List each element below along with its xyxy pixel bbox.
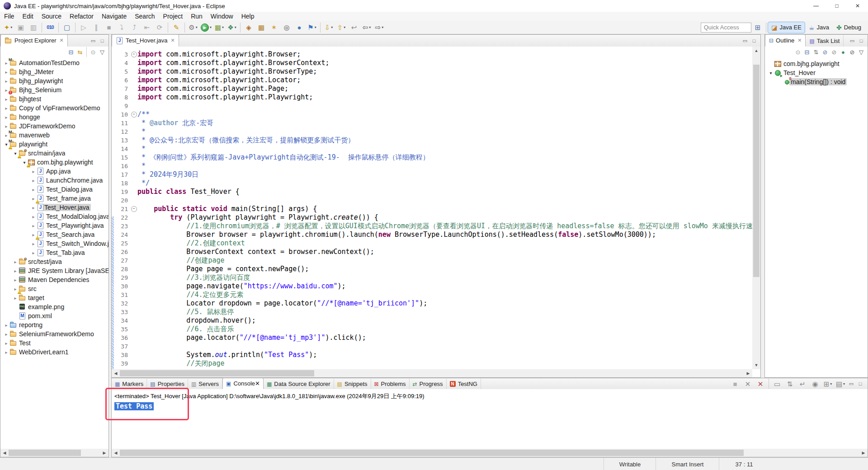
explorer-item-maven-dependencies[interactable]: ▸Maven Dependencies bbox=[0, 275, 108, 284]
code-line-25[interactable]: 25 //2.创建context bbox=[112, 239, 752, 248]
link-with-editor-button[interactable]: ⇆ bbox=[75, 47, 85, 56]
open-web-browser-button[interactable]: ● bbox=[293, 22, 305, 33]
menu-edit[interactable]: Edit bbox=[19, 12, 38, 21]
close-icon[interactable]: ✕ bbox=[797, 38, 802, 43]
code-line-36[interactable]: 36 page.locator("//*[@name='tj_mp3']").c… bbox=[112, 334, 752, 342]
code-line-33[interactable]: 33 //5. 鼠标悬停 bbox=[112, 308, 752, 316]
new-package-button[interactable]: ▦ bbox=[255, 22, 267, 33]
code-line-23[interactable]: 23 //1.使用chromium浏览器，# 浏览器配置，设置以GUI模式启动C… bbox=[112, 222, 752, 230]
explorer-item-bjhgtest[interactable]: ▸bjhgtest bbox=[0, 94, 108, 103]
coverage-button[interactable]: ▦▾ bbox=[213, 22, 225, 33]
chevron-right-icon[interactable]: ▸ bbox=[30, 205, 37, 210]
toggle-mark-button[interactable]: ⚑▾ bbox=[306, 22, 318, 33]
editor-vscrollbar[interactable]: ▲ ▼ bbox=[752, 47, 760, 369]
explorer-item-test-modaldialog-java[interactable]: ▸JTest_ModalDialog.java bbox=[0, 212, 108, 221]
code-line-26[interactable]: 26 BrowserContext context = browser.newC… bbox=[112, 248, 752, 256]
code-line-27[interactable]: 27 //创建page bbox=[112, 256, 752, 265]
explorer-item-reportng[interactable]: ▸reportng bbox=[0, 320, 108, 329]
chevron-right-icon[interactable]: ▸ bbox=[12, 259, 19, 264]
menu-project[interactable]: Project bbox=[159, 12, 187, 21]
tab-data-source-explorer[interactable]: ▦Data Source Explorer bbox=[264, 379, 334, 389]
chevron-down-icon[interactable]: ▾ bbox=[768, 70, 774, 75]
open-console-button[interactable]: ⊞▾ bbox=[822, 378, 834, 389]
close-icon[interactable]: ✕ bbox=[59, 38, 63, 43]
explorer-item-hongge[interactable]: ▸hongge bbox=[0, 113, 108, 122]
code-line-6[interactable]: 6import com.microsoft.playwright.Locator… bbox=[112, 76, 752, 85]
fold-minus-icon[interactable]: − bbox=[130, 206, 137, 212]
last-edit-location-button[interactable]: ↩ bbox=[348, 22, 360, 33]
editor-hscrollbar[interactable]: ◀ ▶ bbox=[112, 369, 752, 377]
explorer-item-mavenweb[interactable]: ▸Mmavenweb bbox=[0, 131, 108, 140]
explorer-item-test-frame-java[interactable]: ▸JTest_frame.java bbox=[0, 194, 108, 203]
minimize-panel-icon[interactable]: ▭ bbox=[848, 38, 857, 44]
code-line-39[interactable]: 39 //关闭page bbox=[112, 359, 752, 368]
next-annotation-button[interactable]: ⇩▾ bbox=[323, 22, 335, 33]
remove-launch-button[interactable]: ✕ bbox=[742, 378, 754, 389]
menu-search[interactable]: Search bbox=[131, 12, 159, 21]
menu-run[interactable]: Run bbox=[187, 12, 207, 21]
explorer-item-test-hover-java[interactable]: ▸JTest_Hover.java bbox=[0, 203, 108, 212]
previous-annotation-button[interactable]: ⇧▾ bbox=[335, 22, 347, 33]
chevron-right-icon[interactable]: ▸ bbox=[3, 124, 9, 129]
fold-minus-icon[interactable]: − bbox=[130, 52, 137, 57]
chevron-right-icon[interactable]: ▸ bbox=[30, 178, 37, 183]
open-perspective-button[interactable]: ⊞ bbox=[755, 24, 761, 32]
console-body[interactable]: <terminated> Test_Hover [Java Applicatio… bbox=[112, 389, 868, 449]
explorer-item-test-playwright-java[interactable]: ▸JTest_Playwright.java bbox=[0, 221, 108, 230]
open-type-button[interactable]: ◎ bbox=[281, 22, 292, 33]
explorer-item-bjhg-jmeter[interactable]: ▸bjhg_JMeter bbox=[0, 67, 108, 76]
collapse-all-button[interactable]: ⊟ bbox=[802, 47, 811, 56]
tab-properties[interactable]: ▤Properties bbox=[147, 379, 188, 389]
external-tools-button[interactable]: ⚙▾ bbox=[187, 22, 199, 33]
menu-file[interactable]: File bbox=[0, 12, 19, 21]
explorer-item-example-png[interactable]: PNGexample.png bbox=[0, 302, 108, 311]
chevron-right-icon[interactable]: ▸ bbox=[3, 323, 9, 328]
step-over-button[interactable]: ⤴ bbox=[128, 22, 140, 33]
menu-refactor[interactable]: Refactor bbox=[66, 12, 98, 21]
tab-problems[interactable]: ⊠Problems bbox=[371, 379, 410, 389]
maximize-button[interactable]: □ bbox=[826, 0, 847, 12]
chevron-right-icon[interactable]: ▸ bbox=[3, 97, 9, 102]
code-line-16[interactable]: 16 * bbox=[112, 162, 752, 170]
drop-to-frame-button[interactable]: ⟳ bbox=[154, 22, 165, 33]
explorer-item-com-bjhg-playwright[interactable]: ▾com.bjhg.playwright bbox=[0, 158, 108, 167]
terminate-console-button[interactable]: ■ bbox=[729, 378, 741, 389]
code-line-12[interactable]: 12 * bbox=[112, 127, 752, 136]
maximize-panel-icon[interactable]: □ bbox=[857, 38, 866, 43]
explorer-item-webdriverlearn1[interactable]: ▸WebDriverLearn1 bbox=[0, 348, 108, 357]
chevron-right-icon[interactable]: ▸ bbox=[30, 250, 37, 255]
explorer-item-seleniumframeworkdemo[interactable]: ▸SeleniumFrameworkDemo bbox=[0, 329, 108, 338]
code-line-3[interactable]: 3−import com.microsoft.playwright.Browse… bbox=[112, 50, 752, 59]
explorer-item-automationtestdemo[interactable]: ▸MAutomationTestDemo bbox=[0, 58, 108, 67]
scroll-lock-button[interactable]: ⇅ bbox=[784, 378, 796, 389]
pin-console-button[interactable]: ◉ bbox=[809, 378, 821, 389]
code-line-30[interactable]: 30 page.navigate("https://www.baidu.com"… bbox=[112, 282, 752, 291]
outline-item-test-hover[interactable]: ▾Test_Hover bbox=[765, 68, 868, 77]
tab-testng[interactable]: NTestNG bbox=[447, 379, 481, 389]
outline-item-main-string-void[interactable]: Smain(String[]) : void bbox=[765, 77, 868, 86]
remove-all-terminated-button[interactable]: ✕ bbox=[755, 378, 766, 389]
run-last-disabled-button[interactable]: ▷ bbox=[78, 22, 90, 33]
collapse-all-button[interactable]: ⊟ bbox=[66, 47, 75, 56]
focus-on-active-task-button[interactable]: ⊙ bbox=[793, 47, 802, 56]
maximize-editor-icon[interactable]: □ bbox=[750, 38, 759, 43]
hide-fields-button[interactable]: ⊘ bbox=[821, 47, 830, 56]
explorer-item-src[interactable]: ▸src bbox=[0, 284, 108, 293]
code-line-19[interactable]: 19public class Test_Hover { bbox=[112, 188, 752, 196]
code-editor[interactable]: 3−import com.microsoft.playwright.Browse… bbox=[112, 47, 752, 369]
code-line-31[interactable]: 31 //4.定位更多元素 bbox=[112, 291, 752, 299]
code-line-29[interactable]: 29 //3.浏览器访问百度 bbox=[112, 273, 752, 282]
outline-item-com-bjhg-playwright[interactable]: com.bjhg.playwright bbox=[765, 59, 868, 68]
chevron-right-icon[interactable]: ▸ bbox=[3, 341, 9, 346]
minimize-panel-icon[interactable]: ▭ bbox=[89, 38, 98, 44]
tab-snippets[interactable]: ▤Snippets bbox=[334, 379, 371, 389]
save-all-button[interactable]: ▥ bbox=[28, 22, 39, 33]
menu-navigate[interactable]: Navigate bbox=[98, 12, 131, 21]
close-icon[interactable]: ✕ bbox=[171, 38, 175, 43]
chevron-right-icon[interactable]: ▸ bbox=[30, 169, 37, 174]
step-into-button[interactable]: ⤵ bbox=[116, 22, 127, 33]
code-line-35[interactable]: 35 //6. 点击音乐 bbox=[112, 325, 752, 334]
chevron-right-icon[interactable]: ▸ bbox=[12, 268, 19, 273]
chevron-right-icon[interactable]: ▸ bbox=[30, 214, 37, 219]
chevron-right-icon[interactable]: ▸ bbox=[3, 106, 9, 111]
